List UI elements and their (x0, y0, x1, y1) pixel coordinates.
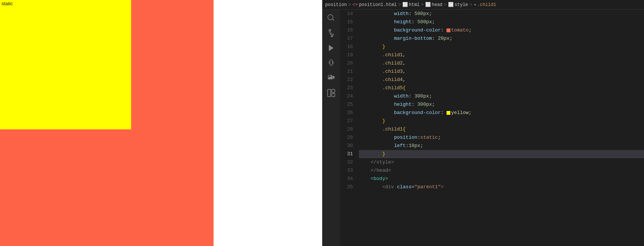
line-num-24: 24 (340, 92, 353, 100)
line-num-23: 23 (340, 84, 353, 92)
bc-style-icon: ⬜ (448, 2, 454, 8)
code-line-28: .child1{ (359, 125, 644, 134)
code-area: 14 15 16 17 18 19 20 21 22 23 24 25 26 2… (340, 10, 644, 246)
head-close-tag: </head> (371, 166, 391, 175)
svg-rect-1 (332, 89, 335, 92)
prop-height-300: height (394, 100, 412, 109)
indent (359, 76, 382, 84)
code-line-20: .child2, (359, 59, 644, 68)
indent (359, 43, 382, 51)
code-line-19: .child1, (359, 51, 644, 59)
val-10px: 10px (409, 142, 420, 150)
indent (359, 134, 394, 142)
preview-content: static (0, 0, 322, 246)
sel-child2: .child2 (382, 59, 403, 68)
prop-position: position (394, 134, 417, 142)
code-line-24: width: 300px; (359, 92, 644, 100)
editor-body: 14 15 16 17 18 19 20 21 22 23 24 25 26 2… (322, 10, 644, 246)
line-num-19: 19 (340, 51, 353, 59)
bc-file-icon: <> (353, 2, 358, 8)
line-num-34: 34 (340, 175, 353, 183)
line-num-32: 32 (340, 158, 353, 166)
code-line-23: .child5{ (359, 84, 644, 92)
bc-html-tag: html (409, 2, 420, 8)
prop-width-300: width (394, 92, 409, 100)
line-num-14: 14 (340, 10, 353, 18)
val-static: static (420, 134, 438, 142)
activity-bar (322, 10, 340, 246)
bc-sep-3: > (421, 2, 424, 8)
code-line-25: height: 300px; (359, 100, 644, 109)
div-open: <div (382, 183, 397, 191)
line-num-22: 22 (340, 76, 353, 84)
bc-sep-1: > (348, 2, 351, 8)
bc-sep-2: > (398, 2, 401, 8)
val-300px-h: 300px (417, 100, 432, 109)
line-num-25: 25 (340, 100, 353, 109)
indent (359, 18, 394, 26)
code-line-32: </style> (359, 158, 644, 166)
bc-head-icon: ⬜ (425, 2, 431, 8)
attr-class: class (397, 183, 411, 191)
line-num-31: 31 (340, 150, 353, 158)
indent (359, 84, 382, 92)
close-brace-27: } (382, 117, 385, 125)
layout-icon[interactable] (326, 88, 336, 98)
sel-child1-28: .child1 (382, 125, 403, 134)
indent (359, 142, 394, 150)
indent (359, 109, 394, 117)
breadcrumb-bar: position > <> position1.html > ⬜ html > … (322, 0, 644, 10)
tomato-swatch (447, 28, 450, 32)
line-num-20: 20 (340, 59, 353, 68)
code-line-26: background-color: yellow; (359, 109, 644, 117)
indent (359, 100, 394, 109)
body-open-tag: <body> (371, 175, 388, 183)
bc-filename: position1.html (359, 2, 397, 8)
yellow-box (0, 0, 131, 129)
code-line-31: } (359, 150, 644, 158)
svg-rect-0 (327, 89, 330, 96)
bc-class-icon: ✦ (474, 2, 477, 8)
bc-sep-5: > (469, 2, 472, 8)
val-parent1: "parent1" (414, 183, 441, 191)
code-line-21: .child3, (359, 68, 644, 76)
code-editor[interactable]: width: 500px; height: 500px; background-… (356, 10, 644, 246)
code-line-16: background-color: tomato; (359, 26, 644, 34)
line-num-17: 17 (340, 34, 353, 43)
prop-bgcolor: background-color (394, 26, 441, 34)
val-20px: 20px (438, 34, 450, 43)
open-brace-28: { (403, 125, 406, 134)
code-line-29: position:static; (359, 134, 644, 142)
code-line-34: <body> (359, 175, 644, 183)
style-close-tag: </style> (371, 158, 394, 166)
bc-sep-4: > (444, 2, 447, 8)
run-icon[interactable] (326, 43, 336, 53)
prop-height: height (394, 18, 412, 26)
bc-html-icon: ⬜ (402, 2, 408, 8)
source-control-icon[interactable] (326, 28, 336, 38)
sel-child1: .child1 (382, 51, 403, 59)
static-label: static (1, 1, 13, 6)
code-line-33: </head> (359, 166, 644, 175)
val-500px: 500px (414, 10, 429, 18)
val-500px-h: 500px (417, 18, 432, 26)
code-line-30: left:10px; (359, 142, 644, 150)
val-tomato: tomato (451, 26, 469, 34)
browser-preview: static (0, 0, 322, 246)
close-brace-18: } (382, 43, 385, 51)
yellow-swatch (447, 111, 450, 115)
code-line-18: } (359, 43, 644, 51)
line-num-18: 18 (340, 43, 353, 51)
sel-child4: .child4 (382, 76, 403, 84)
extensions-icon[interactable] (326, 73, 336, 83)
search-icon[interactable] (326, 13, 336, 23)
close-brace-31: } (382, 150, 385, 158)
indent (359, 68, 382, 76)
indent (359, 34, 394, 43)
prop-margin-bottom: margin-bottom (394, 34, 432, 43)
debug-icon[interactable] (326, 58, 336, 68)
prop-width: width (394, 10, 409, 18)
prop-left: left (394, 142, 406, 150)
indent (359, 117, 382, 125)
indent (359, 26, 394, 34)
